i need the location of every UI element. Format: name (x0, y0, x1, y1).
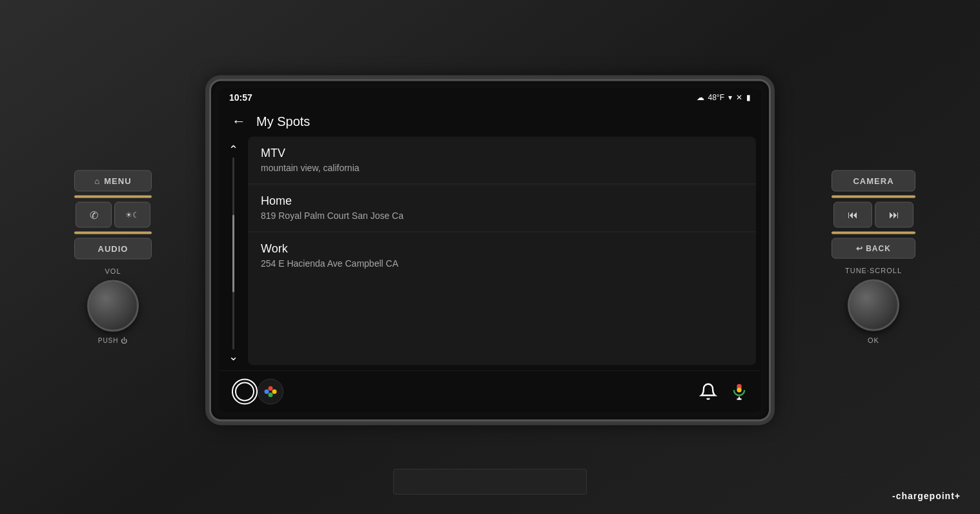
camera-slider (832, 196, 915, 198)
list-item[interactable]: MTV mountain view, california (248, 136, 756, 184)
tune-scroll-knob[interactable] (848, 280, 899, 331)
list-item[interactable]: Home 819 Royal Palm Court San Jose Ca (248, 184, 756, 232)
tune-scroll-label: TUNE·SCROLL (845, 267, 902, 274)
spots-list: MTV mountain view, california Home 819 R… (248, 136, 756, 365)
back-label: BACK (866, 244, 891, 253)
menu-slider (74, 196, 152, 198)
day-night-button[interactable]: ☀☾ (114, 202, 150, 228)
spot-title-work: Work (261, 242, 743, 256)
list-item[interactable]: Work 254 E Hacienda Ave Campbell CA (248, 232, 756, 279)
cloud-icon: ☁ (697, 93, 704, 102)
scrollbar-thumb (232, 215, 234, 292)
vol-label: VOL (105, 267, 121, 275)
menu-label: MENU (104, 176, 131, 186)
left-controls-panel: ⌂ MENU ✆ ☀☾ AUDIO VOL PUSH ⏻ (74, 170, 152, 344)
wifi-icon: ▾ (728, 93, 732, 102)
status-icons: ☁ 48°F ▾ ✕ ▮ (697, 93, 751, 102)
header: ← My Spots (219, 107, 761, 136)
scroll-down-arrow[interactable]: ⌄ (229, 349, 238, 364)
spot-title-home: Home (261, 194, 743, 208)
home-circle-outer (232, 378, 258, 404)
mic-button[interactable] (730, 382, 748, 400)
bell-icon (699, 382, 717, 400)
audio-button[interactable]: AUDIO (74, 238, 152, 260)
right-controls-panel: CAMERA ⏮ ⏭ ↩ BACK TUNE·SCROLL OK (832, 170, 915, 344)
menu-home-icon: ⌂ (94, 176, 100, 186)
scroll-up-arrow[interactable]: ⌃ (229, 143, 238, 157)
mic-icon (730, 382, 748, 400)
phone-daynight-row: ✆ ☀☾ (76, 202, 150, 228)
ok-label: OK (868, 336, 879, 344)
bottom-vent (393, 469, 587, 495)
home-nav-button[interactable] (232, 378, 258, 404)
screen-bezel: 10:57 ☁ 48°F ▾ ✕ ▮ ← My Spots ⌃ (209, 79, 771, 421)
svg-point-2 (272, 389, 277, 393)
skip-forward-icon: ⏭ (889, 209, 899, 221)
back-arrow-icon: ↩ (856, 244, 863, 253)
notification-button[interactable] (699, 382, 717, 400)
scroll-arrows: ⌃ ⌄ (219, 136, 248, 370)
home-circle-inner (235, 382, 254, 401)
back-button[interactable]: ← (232, 113, 246, 130)
phone-icon: ✆ (90, 209, 98, 221)
scrollbar-track (232, 157, 234, 349)
status-time: 10:57 (229, 92, 252, 103)
list-container: ⌃ ⌄ MTV mountain view, california Home 8… (219, 136, 761, 370)
page-title: My Spots (256, 114, 310, 129)
screen: 10:57 ☁ 48°F ▾ ✕ ▮ ← My Spots ⌃ (219, 88, 761, 411)
skip-forward-button[interactable]: ⏭ (875, 202, 914, 228)
bottom-nav (219, 370, 761, 411)
volume-knob[interactable] (87, 280, 139, 332)
signal-x-icon: ✕ (736, 93, 742, 102)
battery-icon: ▮ (746, 93, 751, 102)
assistant-circle (258, 378, 283, 404)
back-button-right[interactable]: ↩ BACK (832, 238, 915, 259)
camera-button[interactable]: CAMERA (832, 170, 915, 192)
spot-subtitle-mtv: mountain view, california (261, 163, 743, 173)
skip-back-button[interactable]: ⏮ (833, 202, 872, 228)
spot-subtitle-work: 254 E Hacienda Ave Campbell CA (261, 258, 743, 269)
phone-button[interactable]: ✆ (76, 202, 112, 228)
menu-button[interactable]: ⌂ MENU (74, 170, 152, 192)
audio-slider (74, 232, 152, 234)
chargepoint-logo: -chargepoint+ (892, 491, 961, 501)
push-label: PUSH ⏻ (98, 337, 128, 344)
svg-point-0 (265, 389, 269, 393)
skip-buttons-row: ⏮ ⏭ (833, 202, 914, 228)
status-bar: 10:57 ☁ 48°F ▾ ✕ ▮ (219, 88, 761, 107)
temperature: 48°F (708, 93, 724, 102)
day-night-icon: ☀☾ (125, 211, 139, 220)
spot-subtitle-home: 819 Royal Palm Court San Jose Ca (261, 211, 743, 221)
spot-title-mtv: MTV (261, 147, 743, 160)
dashboard: ⌂ MENU ✆ ☀☾ AUDIO VOL PUSH ⏻ 10:57 ☁ 48°… (0, 0, 980, 514)
skip-back-icon: ⏮ (848, 209, 858, 221)
back-slider (832, 232, 915, 234)
svg-point-3 (269, 392, 273, 396)
svg-point-1 (269, 386, 273, 390)
assistant-icon (261, 382, 280, 400)
svg-rect-6 (737, 387, 742, 392)
svg-rect-5 (737, 384, 742, 387)
assistant-button[interactable] (258, 378, 283, 404)
